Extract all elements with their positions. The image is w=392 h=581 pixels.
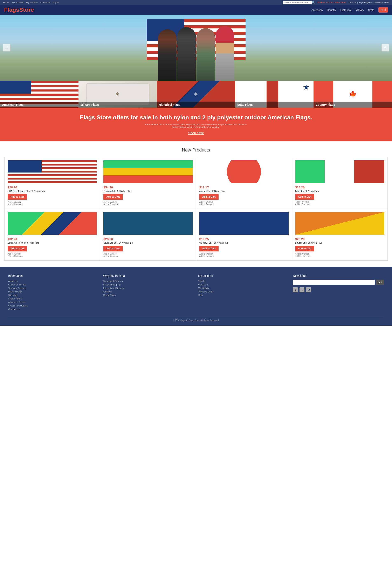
- add-wishlist-link[interactable]: Add to Wishlist: [8, 201, 97, 203]
- product-image: [103, 212, 193, 235]
- nav-state[interactable]: State: [368, 8, 374, 12]
- newsletter-input[interactable]: [293, 280, 375, 285]
- add-compare-link[interactable]: Add to Compare: [199, 255, 289, 257]
- add-to-cart-button[interactable]: Add to Cart: [295, 246, 314, 252]
- product-card: $28.20 Louisiana 3ft x 5ft Nylon Flag Ad…: [100, 209, 196, 260]
- search-input[interactable]: [283, 1, 312, 4]
- footer-account-link[interactable]: View Cart: [198, 284, 289, 286]
- footer-why-link[interactable]: Secure Shopping: [103, 284, 194, 286]
- product-name: Japan 3ft x 5ft Nylon Flag: [199, 190, 289, 192]
- footer: Information About UsCustomer ServiceTemp…: [0, 267, 392, 326]
- add-compare-link[interactable]: Add to Compare: [295, 203, 384, 206]
- footer-info-link[interactable]: Site Map: [8, 294, 99, 296]
- footer-why-link[interactable]: Shipping & Returns: [103, 280, 194, 282]
- category-tile-military[interactable]: ⚜ Military Flags: [78, 81, 157, 108]
- twitter-icon[interactable]: t: [293, 287, 298, 292]
- currency-selector[interactable]: Currency: USD: [374, 1, 389, 4]
- logo-store: Store: [19, 6, 34, 13]
- top-bar: Home My Account My Wishlist Checkout Log…: [0, 0, 392, 5]
- nav-checkout[interactable]: Checkout: [40, 1, 50, 4]
- logo[interactable]: FlagsStore: [4, 6, 34, 13]
- search-button[interactable]: 🔍: [312, 1, 315, 4]
- footer-info-link[interactable]: Privacy Policy: [8, 290, 99, 293]
- add-to-cart-button[interactable]: Add to Cart: [295, 194, 314, 200]
- newsletter-go-button[interactable]: Go!: [376, 280, 384, 285]
- nav-home[interactable]: Home: [3, 1, 9, 4]
- add-wishlist-link[interactable]: Add to Wishlist: [295, 201, 384, 203]
- products-grid: $28.20 USA Republicans 3ft x 5ft Nylon F…: [4, 157, 388, 261]
- facebook-icon[interactable]: f: [300, 287, 305, 292]
- add-wishlist-link[interactable]: Add to Wishlist: [199, 253, 289, 255]
- add-wishlist-link[interactable]: Add to Wishlist: [295, 253, 384, 255]
- footer-info-link[interactable]: About Us: [8, 280, 99, 282]
- add-to-cart-button[interactable]: Add to Cart: [103, 194, 123, 200]
- footer-account-link[interactable]: My Wishlist: [198, 287, 289, 289]
- social-icons: t f ⌬: [293, 287, 384, 292]
- nav-wishlist[interactable]: My Wishlist: [26, 1, 38, 4]
- add-compare-link[interactable]: Add to Compare: [8, 255, 97, 257]
- product-image: [199, 160, 289, 183]
- footer-info-link[interactable]: Template Settings: [8, 287, 99, 289]
- hero-people: [158, 26, 234, 81]
- rss-icon[interactable]: ⌬: [306, 287, 311, 292]
- category-tile-historical[interactable]: ✦ Historical Flags: [157, 81, 235, 108]
- footer-account-link[interactable]: Help: [198, 294, 289, 296]
- footer-why-link[interactable]: Affiliates: [103, 290, 194, 293]
- hero-next-arrow[interactable]: ›: [382, 44, 389, 52]
- product-name: US Navy 3ft x 5ft Nylon Flag: [199, 242, 289, 244]
- promo-body: Lorem ipsum dolor sit amet conse cletur …: [145, 123, 248, 128]
- product-card: $18.20 Italy 3ft x 5ft Nylon Flag Add to…: [292, 157, 388, 209]
- footer-info-link[interactable]: Search Terms: [8, 298, 99, 300]
- footer-info-link[interactable]: Orders and Returns: [8, 304, 99, 307]
- category-tile-country[interactable]: 🍁 Country Flags: [314, 81, 392, 108]
- footer-why-link[interactable]: Group Sales: [103, 294, 194, 296]
- add-compare-link[interactable]: Add to Compare: [103, 203, 193, 206]
- nav-historical[interactable]: Historical: [340, 8, 351, 12]
- cart-icon[interactable]: 🛒 0: [379, 7, 388, 12]
- add-compare-link[interactable]: Add to Compare: [103, 255, 193, 257]
- product-links: Add to Wishlist Add to Compare: [8, 253, 97, 257]
- product-image: [103, 160, 193, 183]
- footer-newsletter-title: Newsletter: [293, 274, 384, 278]
- copyright-text: © 2014 Magento Demo Store. All Rights Re…: [173, 319, 219, 322]
- nav-american[interactable]: American: [312, 8, 323, 12]
- promo-cta[interactable]: Shop now!: [188, 131, 204, 135]
- footer-why-link[interactable]: International Shipping: [103, 287, 194, 289]
- footer-account-link[interactable]: Sign In: [198, 280, 289, 282]
- category-tile-state[interactable]: ★ State Flags: [235, 81, 314, 108]
- add-to-cart-button[interactable]: Add to Cart: [199, 194, 219, 200]
- add-compare-link[interactable]: Add to Compare: [295, 255, 384, 257]
- add-to-cart-button[interactable]: Add to Cart: [8, 194, 27, 200]
- product-name: Louisiana 3ft x 5ft Nylon Flag: [103, 242, 193, 244]
- add-wishlist-link[interactable]: Add to Wishlist: [103, 253, 193, 255]
- add-to-cart-button[interactable]: Add to Cart: [8, 246, 27, 252]
- category-label-american: American Flags: [0, 102, 78, 108]
- nav-account[interactable]: My Account: [12, 1, 23, 4]
- add-to-cart-button[interactable]: Add to Cart: [199, 246, 219, 252]
- footer-info-title: Information: [8, 274, 99, 278]
- nav-military[interactable]: Military: [356, 8, 364, 12]
- footer-info-link[interactable]: Contact Us: [8, 308, 99, 310]
- add-compare-link[interactable]: Add to Compare: [199, 203, 289, 206]
- footer-why-buy: Why buy from us Shipping & ReturnsSecure…: [103, 274, 194, 312]
- add-compare-link[interactable]: Add to Compare: [8, 203, 97, 206]
- product-price: $18.20: [295, 186, 384, 189]
- nav-login[interactable]: Log In: [53, 1, 59, 4]
- footer-why-title: Why buy from us: [103, 274, 194, 278]
- language-selector[interactable]: Your Language English: [348, 1, 372, 4]
- category-label-military: Military Flags: [78, 102, 157, 108]
- product-card: $32.20 South Africa 3ft x 5ft Nylon Flag…: [4, 209, 100, 260]
- promo-banner: Flags Store offers for sale in both nylo…: [0, 108, 392, 141]
- add-to-cart-button[interactable]: Add to Cart: [103, 246, 123, 252]
- footer-my-account: My account Sign InView CartMy WishlistTr…: [198, 274, 289, 312]
- footer-info-link[interactable]: Customer Service: [8, 284, 99, 286]
- nav-country[interactable]: Country: [327, 8, 336, 12]
- add-wishlist-link[interactable]: Add to Wishlist: [199, 201, 289, 203]
- footer-info-link[interactable]: Advanced Search: [8, 301, 99, 304]
- add-wishlist-link[interactable]: Add to Wishlist: [103, 201, 193, 203]
- add-wishlist-link[interactable]: Add to Wishlist: [8, 253, 97, 255]
- hero-prev-arrow[interactable]: ‹: [3, 44, 10, 52]
- category-tile-american[interactable]: American Flags: [0, 81, 78, 108]
- newsletter-form: Go!: [293, 280, 384, 285]
- footer-account-link[interactable]: Track My Order: [198, 290, 289, 293]
